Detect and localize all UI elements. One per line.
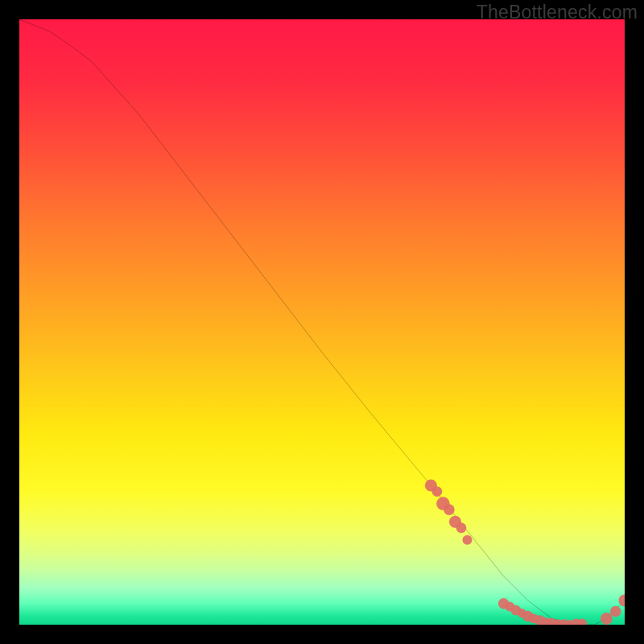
curve-marker — [431, 486, 442, 497]
curve-marker — [601, 613, 613, 625]
chart-svg — [19, 19, 625, 625]
curve-marker — [456, 522, 467, 533]
chart-plot-area — [19, 19, 625, 625]
bottleneck-curve — [19, 19, 625, 625]
curve-marker — [444, 504, 455, 515]
curve-markers — [425, 480, 625, 625]
curve-marker — [610, 606, 621, 617]
curve-marker — [618, 594, 625, 606]
curve-marker — [462, 535, 472, 545]
chart-stage: TheBottleneck.com — [0, 0, 644, 644]
